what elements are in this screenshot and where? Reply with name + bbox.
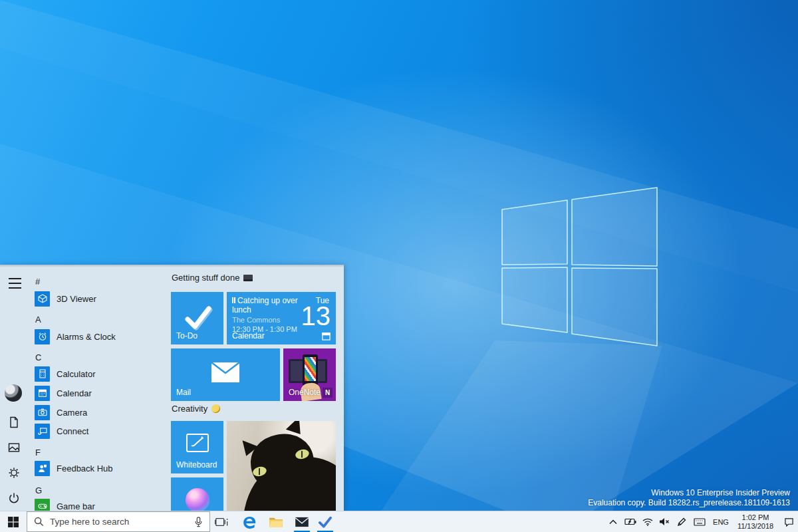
tile-group-title[interactable]: Getting stuff done [172,273,253,283]
cat-ear [286,421,305,434]
windows-logo [492,178,665,352]
volume-muted-icon [659,517,670,526]
group-title-text: Getting stuff done [172,273,239,283]
language-indicator[interactable]: ENG [710,511,732,532]
todo-button[interactable] [317,511,334,532]
edge-icon [242,515,257,529]
taskbar: ENG 1:02 PM 11/13/2018 [0,511,798,532]
calendar-date: 13 [301,301,331,331]
app-item-connect[interactable]: Connect [35,423,168,439]
app-section-letter[interactable]: A [35,315,55,325]
pictures-icon [7,441,21,454]
hidden-icons-button[interactable] [605,511,621,532]
todo-checkmark-icon [182,303,213,331]
pen-button[interactable] [674,511,690,532]
calendar-event-location: The Commons [232,316,280,324]
start-button[interactable] [0,511,27,532]
colorful-orb-icon [186,488,209,511]
connect-icon [35,424,50,439]
desktop: Windows 10 Enterprise Insider Preview Ev… [0,0,798,532]
document-icon [7,416,21,429]
app-item-3d-viewer[interactable]: 3D Viewer [35,291,168,307]
start-menu: # 3D Viewer A Alarms & Clock C [0,265,344,511]
calendar-icon [35,386,50,401]
app-section-letter[interactable]: C [35,352,55,363]
app-item-feedback-hub[interactable]: Feedback Hub [35,460,168,476]
tile-calendar[interactable]: Catching up over lunch The Commons 12:30… [227,292,336,344]
documents-button[interactable] [6,414,22,430]
3d-viewer-icon [35,291,50,307]
taskbar-clock[interactable]: 1:02 PM 11/13/2018 [733,513,777,531]
app-item-calculator[interactable]: Calculator [35,366,168,382]
evaluation-watermark: Windows 10 Enterprise Insider Preview Ev… [588,488,790,508]
tile-photos-cat[interactable] [227,421,336,511]
touch-keyboard-button[interactable] [691,511,708,532]
onenote-art-phone-screen [305,357,316,381]
taskbar-search[interactable] [27,511,210,532]
calendar-event-title: Catching up over lunch [232,296,300,315]
tile-label: Whiteboard [176,460,217,469]
group-title-text: Creativity [172,404,207,414]
app-label: Connect [57,426,88,436]
battery-icon [624,518,636,525]
battery-button[interactable] [622,511,638,532]
pen-icon [677,517,686,527]
app-section-letter[interactable]: G [35,485,55,496]
mail-envelope-icon [211,362,240,383]
app-label: Camera [57,408,87,418]
task-view-icon [215,517,228,527]
tile-mail[interactable]: Mail [171,348,280,401]
user-avatar-button[interactable] [5,384,22,402]
search-icon [34,517,44,527]
mail-icon [295,517,309,527]
mail-button[interactable] [293,511,311,532]
watermark-line1: Windows 10 Enterprise Insider Preview [588,488,790,498]
reminder-icon [232,297,235,303]
app-item-calendar[interactable]: Calendar [35,385,168,401]
volume-button[interactable] [656,511,672,532]
app-item-alarms-clock[interactable]: Alarms & Clock [35,329,168,344]
power-icon [7,491,21,505]
app-label: Calculator [57,369,96,379]
clock-date: 11/13/2018 [733,522,777,531]
file-explorer-icon [269,516,283,528]
power-button[interactable] [6,490,22,506]
app-item-camera[interactable]: Camera [35,404,168,420]
tile-label: OneNote [289,388,321,397]
task-view-button[interactable] [213,511,230,532]
pictures-button[interactable] [6,440,22,456]
onenote-logo-icon: N [323,388,332,398]
tile-whiteboard[interactable]: Whiteboard [171,421,223,473]
wifi-button[interactable] [640,511,656,532]
laptop-emoji-icon [243,275,253,281]
tile-onenote[interactable]: OneNote N [283,348,336,401]
whiteboard-icon [186,433,209,454]
todo-check-icon [318,516,332,528]
settings-button[interactable] [6,465,22,481]
search-input[interactable] [50,517,188,527]
tile-label: To-Do [176,331,198,340]
app-section-letter[interactable]: F [35,448,55,458]
camera-icon [35,405,50,420]
app-item-game-bar[interactable]: Game bar [35,498,168,511]
app-label: Game bar [57,501,95,511]
windows-logo-icon [8,517,19,527]
game-bar-icon [35,499,50,511]
palette-emoji-icon [211,404,220,413]
app-section-letter[interactable]: # [35,277,55,287]
file-explorer-button[interactable] [267,511,285,532]
app-label: Feedback Hub [57,464,113,473]
tile-colorful-orb[interactable] [171,477,223,511]
calculator-icon [35,366,50,382]
clock-time: 1:02 PM [733,513,777,522]
edge-browser-button[interactable] [241,511,258,532]
hamburger-menu-button[interactable] [7,275,23,291]
calendar-glyph-icon [322,332,331,340]
microphone-icon[interactable] [194,517,203,527]
app-label: Calendar [57,388,92,398]
app-label: Alarms & Clock [57,332,116,342]
tile-todo[interactable]: To-Do [171,292,223,344]
action-center-button[interactable] [779,511,798,532]
tile-label: Mail [176,388,191,397]
tile-group-title[interactable]: Creativity [172,404,220,414]
